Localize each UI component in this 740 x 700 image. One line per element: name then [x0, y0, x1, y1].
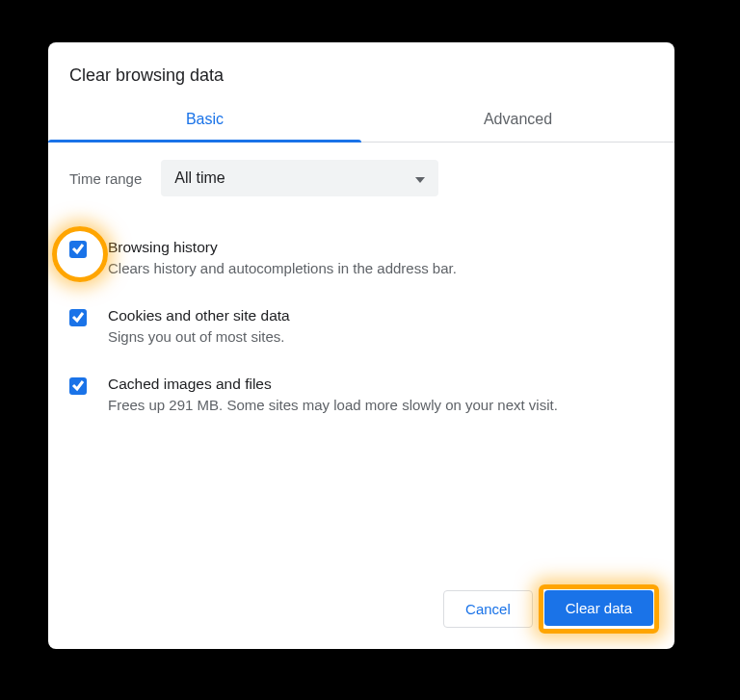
chevron-down-icon	[415, 170, 425, 186]
tab-basic[interactable]: Basic	[48, 99, 361, 142]
tab-advanced[interactable]: Advanced	[361, 99, 674, 142]
option-cached: Cached images and files Frees up 291 MB.…	[69, 360, 653, 428]
clear-browsing-data-dialog: Clear browsing data Basic Advanced Time …	[48, 42, 674, 649]
tab-label: Basic	[186, 111, 224, 127]
options-list: Browsing history Clears history and auto…	[69, 223, 653, 428]
time-range-select[interactable]: All time	[161, 160, 438, 196]
tabs: Basic Advanced	[48, 99, 674, 143]
option-browsing-history: Browsing history Clears history and auto…	[69, 223, 653, 292]
check-icon	[71, 310, 85, 326]
option-desc: Signs you out of most sites.	[108, 328, 290, 345]
dialog-title: Clear browsing data	[48, 42, 674, 99]
checkbox-browsing-history[interactable]	[69, 241, 87, 258]
clear-data-button[interactable]: Clear data	[544, 590, 653, 626]
checkbox-cached[interactable]	[69, 377, 87, 395]
check-icon	[71, 242, 85, 258]
option-desc: Frees up 291 MB. Some sites may load mor…	[108, 397, 558, 413]
time-range-value: All time	[174, 169, 225, 187]
option-desc: Clears history and autocompletions in th…	[108, 260, 457, 276]
tab-label: Advanced	[484, 111, 552, 127]
dialog-footer: Cancel Clear data	[48, 573, 674, 649]
checkbox-cookies[interactable]	[69, 309, 87, 326]
option-title: Browsing history	[108, 239, 457, 256]
option-title: Cached images and files	[108, 376, 558, 393]
cancel-button[interactable]: Cancel	[443, 590, 533, 628]
check-icon	[71, 378, 85, 395]
dialog-body: Time range All time	[48, 143, 674, 573]
option-title: Cookies and other site data	[108, 307, 290, 324]
time-range-row: Time range All time	[69, 160, 653, 196]
time-range-label: Time range	[69, 170, 142, 187]
option-cookies: Cookies and other site data Signs you ou…	[69, 292, 653, 360]
